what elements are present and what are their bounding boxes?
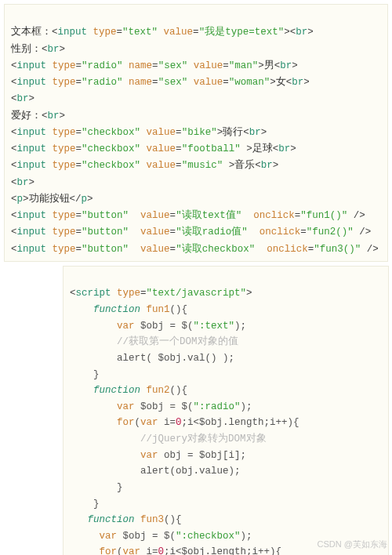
code-line: alert(obj.value); [70, 466, 241, 477]
code-line: <input type="radio" name="sex" value="ma… [11, 60, 298, 71]
code-line: <input type="checkbox" value="football" … [11, 143, 296, 154]
code-line: <input type="radio" name="sex" value="wo… [11, 77, 310, 88]
code-line: for(var i=0;i<$obj.length;i++){ [70, 546, 281, 555]
code-line: } [70, 482, 123, 493]
code-line: function fun3(){ [70, 514, 182, 525]
code-line: <input type="button" value="读取radio值" on… [11, 227, 371, 238]
code-block-js: <script type="text/javascript"> function… [63, 266, 389, 555]
code-line: <p>功能按钮</p> [11, 194, 93, 205]
code-line: <br> [11, 177, 34, 188]
code-line: <input type="button" value="读取text值" onc… [11, 210, 365, 221]
code-line: } [70, 499, 100, 510]
code-block-html: 文本框：<input type="text" value="我是type=tex… [4, 4, 388, 262]
code-line: 爱好：<br> [11, 111, 65, 122]
code-line: <input type="checkbox" value="bike">骑行<b… [11, 127, 267, 138]
code-line: 性别：<br> [11, 44, 65, 55]
code-line: var obj = $obj[i]; [70, 450, 246, 461]
code-line: var $obj = $(":radio"); [70, 401, 252, 412]
watermark-text: CSDN @芙如东海 [318, 537, 387, 552]
code-line: function fun2(){ [70, 385, 187, 396]
code-line: var $obj = $(":text"); [70, 321, 246, 332]
code-line: alert( $obj.val() ); [70, 353, 234, 364]
code-line: for(var i=0;i<$obj.length;i++){ [70, 417, 299, 428]
code-line: <script type="text/javascript"> [70, 288, 252, 299]
code-line: function fun1(){ [70, 304, 187, 315]
code-line: //获取第一个DOM对象的值 [70, 336, 238, 347]
code-line: <br> [11, 93, 34, 104]
code-line: //jQuery对象转为DOM对象 [70, 433, 267, 444]
code-line: <input type="button" value="读取checkbox" … [11, 244, 379, 255]
code-line: 文本框：<input type="text" value="我是type=tex… [11, 27, 314, 38]
code-line: <input type="checkbox" value="music" >音乐… [11, 160, 278, 171]
code-line: var $obj = $(":checkbox"); [70, 531, 252, 542]
code-line: } [70, 369, 100, 380]
